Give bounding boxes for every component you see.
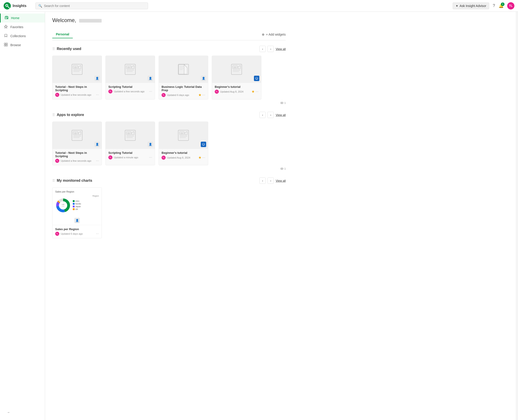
recently-used-section: ⠿ Recently used ‹ › View all [52,46,286,105]
card-recently-used-1[interactable]: 👤 Scripting Tutorial TL Updated a few se… [106,56,155,99]
notifications-button[interactable]: 🔔 1 [499,3,503,8]
layout: Home Favorites Collections Browse ← [0,12,518,420]
card-more-button-3[interactable]: ··· [256,90,259,94]
avatar[interactable]: TL [507,2,514,9]
help-icon: ? [493,3,495,8]
svg-rect-26 [180,68,184,69]
home-icon [4,16,9,20]
svg-rect-14 [73,70,81,70]
svg-rect-41 [74,132,77,134]
card-thumb-0: 👤 [53,56,102,83]
advisor-icon: ✦ [456,4,458,8]
card-title-2: Business Logic Tutorial Data Prep [161,85,205,92]
svg-rect-24 [180,66,184,67]
topnav-right: ✦ Ask Insight Advisor ? 🔔 1 TL [453,2,514,9]
add-widgets-button[interactable]: ⊕ + Add widgets [262,33,286,36]
notification-badge: 1 [501,2,504,6]
apps-to-explore-title: Apps to explore [57,113,84,117]
apps-to-explore-header: ⠿ Apps to explore ‹ › View all [52,112,286,118]
card-avatar-0: TL [55,93,59,97]
svg-rect-51 [181,132,183,134]
apps-prev-button[interactable]: ‹ [259,112,266,118]
monitored-charts-cards: Sales per Region Region [52,187,286,238]
welcome-title: Welcome, [52,17,102,23]
recently-used-title: Recently used [57,47,81,51]
charts-next-button[interactable]: › [267,177,274,184]
svg-rect-9 [6,43,8,44]
svg-rect-5 [6,17,7,18]
card-more-button-apps-1[interactable]: ··· [149,155,152,159]
recently-used-view-all[interactable]: View all [275,47,286,51]
chart-card-0[interactable]: Sales per Region Region [52,187,102,238]
card-more-button-apps-0[interactable]: ··· [96,159,99,163]
card-footer-1: Scripting Tutorial TL Updated a few seco… [106,83,155,96]
card-star-button-3[interactable]: ★ [251,90,255,94]
card-star-button-2[interactable]: ★ [198,93,201,97]
card-more-button-0[interactable]: ··· [96,93,99,97]
apps-to-explore-section: ⠿ Apps to explore ‹ › View all [52,112,286,170]
svg-point-36 [282,103,282,103]
scrollbar-area [516,12,518,420]
apps-next-button[interactable]: › [267,112,274,118]
ask-advisor-label: Ask Insight Advisor [460,4,486,8]
monitored-charts-header: ⠿ My monitored charts ‹ › View all [52,177,286,184]
tab-personal[interactable]: Personal [52,31,73,38]
card-owner-icon-0: 👤 [94,76,100,81]
sidebar-item-browse[interactable]: Browse [0,41,45,50]
app-title: Insights [13,4,26,8]
sidebar-item-label-home: Home [11,16,19,20]
chart-card-title: Sales per Region [55,227,99,231]
card-avatar-3: TL [215,90,219,94]
svg-rect-40 [73,137,80,138]
card-footer-3: Beginner's tutorial TL Updated Aug 8, 20… [212,83,261,96]
sidebar-item-collections[interactable]: Collections [0,31,45,41]
bookmark-icon [4,34,8,38]
plus-icon: ⊕ [262,33,265,36]
card-apps-1[interactable]: 👤 Scripting Tutorial TL Updated a minute… [106,122,155,165]
sidebar-item-favorites[interactable]: Favorites [0,22,45,31]
drag-handle-recently-used[interactable]: ⠿ [52,47,55,51]
chart-inner-title: Sales per Region [55,190,99,193]
search-input[interactable] [44,4,145,8]
card-meta-2: TL Updated 6 days ago [161,93,189,97]
svg-point-52 [202,143,205,145]
card-apps-0[interactable]: 👤 Tutorial - Next Steps in Scripting TL … [52,122,102,165]
recently-used-next-button[interactable]: › [267,46,274,52]
card-more-button-2[interactable]: ··· [202,93,205,97]
card-apps-2[interactable]: Beginner's tutorial TL Updated Aug 8, 20… [159,122,208,165]
help-button[interactable]: ? [493,3,495,8]
ask-advisor-button[interactable]: ✦ Ask Insight Advisor [453,2,489,9]
charts-prev-button[interactable]: ‹ [259,177,266,184]
svg-rect-11 [6,45,8,46]
sidebar-item-label-favorites: Favorites [10,25,23,29]
card-recently-used-3[interactable]: Beginner's tutorial TL Updated Aug 8, 20… [212,56,261,99]
star-icon [4,25,8,29]
card-footer-2: Business Logic Tutorial Data Prep TL Upd… [159,83,208,99]
sidebar-item-home[interactable]: Home [0,14,45,22]
eye-icon [280,101,283,105]
drag-handle-apps[interactable]: ⠿ [52,113,55,117]
svg-rect-39 [73,135,81,136]
drag-handle-charts[interactable]: ⠿ [52,179,55,183]
card-owner-icon-1: 👤 [148,76,153,81]
card-more-button-apps-2[interactable]: ··· [202,155,205,160]
search-bar[interactable]: 🔍 [35,2,148,9]
recently-used-prev-button[interactable]: ‹ [259,46,266,52]
charts-view-all[interactable]: View all [275,179,286,182]
card-thumb-1: 👤 [106,56,155,83]
card-recently-used-0[interactable]: 👤 Tutorial - Next Steps in Scripting TL … [52,56,102,99]
app-logo [4,2,11,9]
collapse-button[interactable]: ← [4,408,41,416]
card-more-button-1[interactable]: ··· [149,90,152,93]
svg-text:11.3%: 11.3% [62,206,64,207]
qlik-logo-icon [4,2,11,9]
card-star-button-apps-2[interactable]: ★ [198,155,201,160]
collapse-icon: ← [7,411,10,414]
chart-card-more-button[interactable]: ··· [96,232,99,236]
svg-point-55 [282,168,282,169]
card-recently-used-2[interactable]: 👤 Business Logic Tutorial Data Prep TL U… [159,56,208,99]
sidebar-item-label-collections: Collections [10,34,26,38]
monitored-charts-title: My monitored charts [57,179,92,183]
svg-marker-7 [4,25,8,28]
apps-view-all[interactable]: View all [275,113,286,117]
